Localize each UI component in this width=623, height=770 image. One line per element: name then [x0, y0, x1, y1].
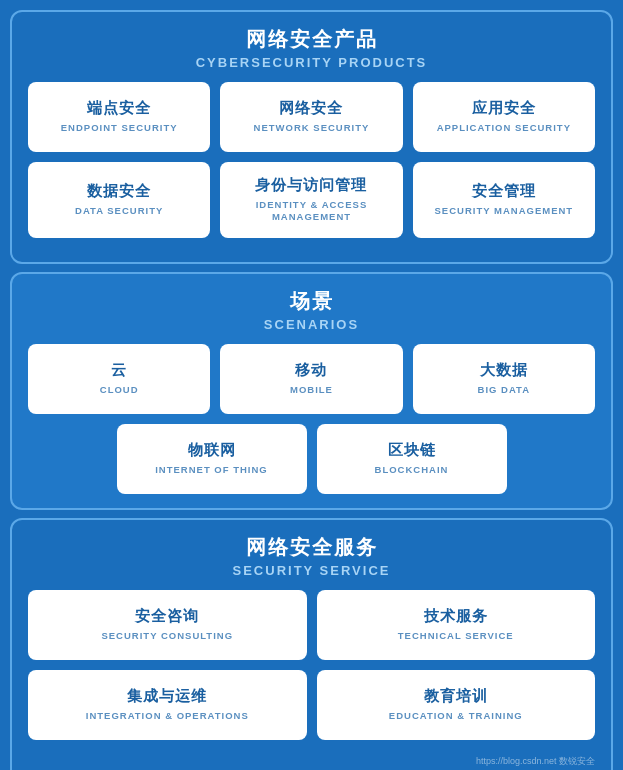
card-zh: 网络安全: [279, 99, 343, 118]
products-section: 网络安全产品 CYBERSECURITY PRODUCTS 端点安全 ENDPO…: [10, 10, 613, 264]
services-header: 网络安全服务 SECURITY SERVICE: [28, 534, 595, 578]
card-en: ENDPOINT SECURITY: [61, 122, 178, 134]
card-en: MOBILE: [290, 384, 333, 396]
card-en: INTERNET OF THING: [155, 464, 268, 476]
card-en: TECHNICAL SERVICE: [398, 630, 514, 642]
card-zh: 安全管理: [472, 182, 536, 201]
services-row1: 安全咨询 SECURITY CONSULTING 技术服务 TECHNICAL …: [28, 590, 595, 660]
card-education-training: 教育培训 EDUCATION & TRAINING: [317, 670, 596, 740]
card-integration-operations: 集成与运维 INTEGRATION & OPERATIONS: [28, 670, 307, 740]
card-blockchain: 区块链 BLOCKCHAIN: [317, 424, 507, 494]
card-en: APPLICATION SECURITY: [437, 122, 571, 134]
card-en: EDUCATION & TRAINING: [389, 710, 523, 722]
card-technical-service: 技术服务 TECHNICAL SERVICE: [317, 590, 596, 660]
card-mobile: 移动 MOBILE: [220, 344, 402, 414]
scenarios-title-en: SCENARIOS: [28, 317, 595, 332]
card-big-data: 大数据 BIG DATA: [413, 344, 595, 414]
watermark: https://blog.csdn.net 数锐安全: [476, 756, 595, 766]
products-title-en: CYBERSECURITY PRODUCTS: [28, 55, 595, 70]
products-row2: 数据安全 DATA SECURITY 身份与访问管理 IDENTITY & AC…: [28, 162, 595, 238]
services-title-zh: 网络安全服务: [28, 534, 595, 561]
scenarios-header: 场景 SCENARIOS: [28, 288, 595, 332]
card-zh: 云: [111, 361, 127, 380]
card-zh: 端点安全: [87, 99, 151, 118]
card-en: SECURITY CONSULTING: [101, 630, 233, 642]
scenarios-row1: 云 CLOUD 移动 MOBILE 大数据 BIG DATA: [28, 344, 595, 414]
products-title-zh: 网络安全产品: [28, 26, 595, 53]
scenarios-section: 场景 SCENARIOS 云 CLOUD 移动 MOBILE 大数据 BIG D…: [10, 272, 613, 510]
card-network-security: 网络安全 NETWORK SECURITY: [220, 82, 402, 152]
card-zh: 大数据: [480, 361, 528, 380]
card-en: CLOUD: [100, 384, 139, 396]
card-zh: 数据安全: [87, 182, 151, 201]
scenarios-title-zh: 场景: [28, 288, 595, 315]
card-zh: 移动: [295, 361, 327, 380]
card-zh: 技术服务: [424, 607, 488, 626]
card-en: INTEGRATION & OPERATIONS: [86, 710, 249, 722]
card-endpoint-security: 端点安全 ENDPOINT SECURITY: [28, 82, 210, 152]
card-iot: 物联网 INTERNET OF THING: [117, 424, 307, 494]
card-zh: 安全咨询: [135, 607, 199, 626]
card-zh: 区块链: [388, 441, 436, 460]
scenarios-row2: 物联网 INTERNET OF THING 区块链 BLOCKCHAIN: [117, 424, 507, 494]
card-en: BLOCKCHAIN: [375, 464, 449, 476]
card-cloud: 云 CLOUD: [28, 344, 210, 414]
card-zh: 应用安全: [472, 99, 536, 118]
card-data-security: 数据安全 DATA SECURITY: [28, 162, 210, 238]
card-zh: 教育培训: [424, 687, 488, 706]
card-en: SECURITY MANAGEMENT: [435, 205, 574, 217]
card-identity-access: 身份与访问管理 IDENTITY & ACCESSMANAGEMENT: [220, 162, 402, 238]
card-application-security: 应用安全 APPLICATION SECURITY: [413, 82, 595, 152]
card-security-consulting: 安全咨询 SECURITY CONSULTING: [28, 590, 307, 660]
card-zh: 集成与运维: [127, 687, 207, 706]
products-row1: 端点安全 ENDPOINT SECURITY 网络安全 NETWORK SECU…: [28, 82, 595, 152]
card-en: BIG DATA: [478, 384, 531, 396]
card-zh: 物联网: [188, 441, 236, 460]
services-title-en: SECURITY SERVICE: [28, 563, 595, 578]
card-en: DATA SECURITY: [75, 205, 163, 217]
card-security-management: 安全管理 SECURITY MANAGEMENT: [413, 162, 595, 238]
card-en: IDENTITY & ACCESSMANAGEMENT: [256, 199, 368, 224]
services-section: 网络安全服务 SECURITY SERVICE 安全咨询 SECURITY CO…: [10, 518, 613, 770]
products-header: 网络安全产品 CYBERSECURITY PRODUCTS: [28, 26, 595, 70]
card-en: NETWORK SECURITY: [254, 122, 370, 134]
services-row2: 集成与运维 INTEGRATION & OPERATIONS 教育培训 EDUC…: [28, 670, 595, 740]
card-zh: 身份与访问管理: [255, 176, 367, 195]
